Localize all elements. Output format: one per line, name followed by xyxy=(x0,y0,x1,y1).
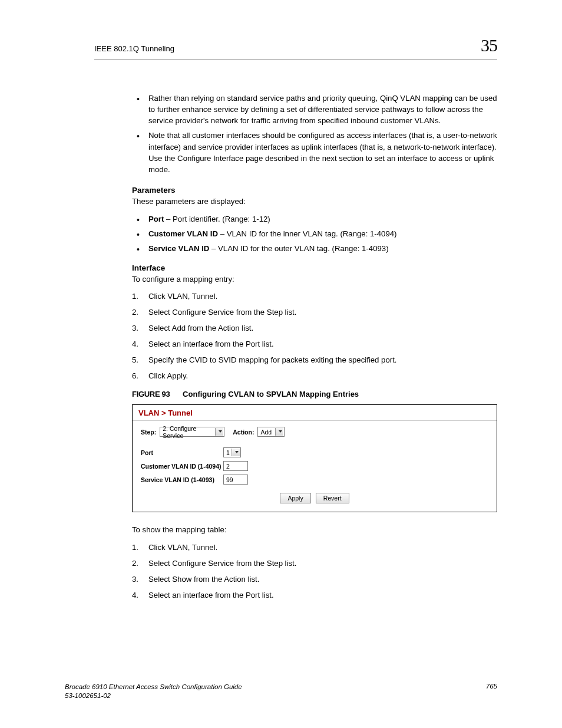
figure-buttons: Apply Revert xyxy=(141,493,488,506)
field-grid: Port 1 Customer VLAN ID (1-4094) 2 Servi… xyxy=(141,447,488,485)
action-select[interactable]: Add xyxy=(257,427,285,437)
service-vlan-input[interactable]: 99 xyxy=(223,475,248,485)
page-content: Rather than relying on standard service … xyxy=(132,93,497,601)
step-select[interactable]: 2. Configure Service xyxy=(160,427,224,437)
breadcrumb: VLAN > Tunnel xyxy=(133,405,497,421)
parameters-list: Port – Port identifier. (Range: 1-12) Cu… xyxy=(132,213,497,255)
cvlan-label: Customer VLAN ID (1-4094) xyxy=(141,463,223,470)
action-select-value: Add xyxy=(260,429,272,436)
list-item: Click Apply. xyxy=(132,370,497,381)
list-item: Select Configure Service from the Step l… xyxy=(132,558,497,569)
show-steps: Click VLAN, Tunnel. Select Configure Ser… xyxy=(132,542,497,601)
list-item: Select Configure Service from the Step l… xyxy=(132,307,497,318)
page-number: 765 xyxy=(486,683,497,701)
chapter-number: 35 xyxy=(481,35,497,55)
list-item: Service VLAN ID – VLAN ID for the outer … xyxy=(132,242,497,255)
footer-doc: Brocade 6910 Ethernet Access Switch Conf… xyxy=(65,683,242,701)
chevron-down-icon xyxy=(279,430,282,433)
footer-doc-title: Brocade 6910 Ethernet Access Switch Conf… xyxy=(65,683,242,692)
svlan-value: 99 xyxy=(226,476,233,483)
list-item: Rather than relying on standard service … xyxy=(132,93,497,126)
customer-vlan-input[interactable]: 2 xyxy=(223,461,248,471)
footer-doc-id: 53-1002651-02 xyxy=(65,691,242,701)
param-desc: – Port identifier. (Range: 1-12) xyxy=(164,215,270,223)
page-footer: Brocade 6910 Ethernet Access Switch Conf… xyxy=(65,683,497,701)
interface-heading: Interface xyxy=(132,263,497,272)
chevron-down-icon xyxy=(219,430,222,433)
apply-button[interactable]: Apply xyxy=(280,493,310,503)
intro-bullets: Rather than relying on standard service … xyxy=(132,93,497,175)
list-item: Select Show from the Action list. xyxy=(132,574,497,585)
list-item: Select Add from the Action list. xyxy=(132,322,497,334)
param-name: Port xyxy=(148,215,164,223)
parameters-heading: Parameters xyxy=(132,186,497,195)
step-select-value: 2. Configure Service xyxy=(163,425,213,439)
port-select-value: 1 xyxy=(226,449,230,456)
port-label: Port xyxy=(141,449,223,456)
list-item: Select an interface from the Port list. xyxy=(132,589,497,601)
list-item: Click VLAN, Tunnel. xyxy=(132,542,497,553)
step-action-row: Step: 2. Configure Service Action: Add xyxy=(141,427,488,437)
show-intro: To show the mapping table: xyxy=(132,524,497,535)
figure-caption: FIGURE 93 Configuring CVLAN to SPVLAN Ma… xyxy=(132,390,497,398)
port-select[interactable]: 1 xyxy=(223,447,241,457)
revert-button[interactable]: Revert xyxy=(316,493,349,503)
figure-body: Step: 2. Configure Service Action: Add P… xyxy=(133,421,497,512)
cvlan-value: 2 xyxy=(226,463,230,470)
step-label: Step: xyxy=(141,429,156,436)
page-header: IEEE 802.1Q Tunneling 35 xyxy=(94,35,497,60)
figure-screenshot: VLAN > Tunnel Step: 2. Configure Service… xyxy=(132,404,497,512)
figure-title: Configuring CVLAN to SPVLAN Mapping Entr… xyxy=(183,390,359,398)
parameters-intro: These parameters are displayed: xyxy=(132,196,497,207)
chevron-down-icon xyxy=(235,451,239,453)
list-item: Click VLAN, Tunnel. xyxy=(132,291,497,302)
action-label: Action: xyxy=(233,429,254,436)
list-item: Port – Port identifier. (Range: 1-12) xyxy=(132,213,497,225)
list-item: Note that all customer interfaces should… xyxy=(132,130,497,175)
param-name: Customer VLAN ID xyxy=(148,229,218,238)
param-desc: – VLAN ID for the inner VLAN tag. (Range… xyxy=(218,229,396,238)
list-item: Customer VLAN ID – VLAN ID for the inner… xyxy=(132,228,497,240)
figure-label: FIGURE 93 xyxy=(132,390,170,398)
list-item: Specify the CVID to SVID mapping for pac… xyxy=(132,354,497,365)
param-name: Service VLAN ID xyxy=(148,244,209,253)
configure-steps: Click VLAN, Tunnel. Select Configure Ser… xyxy=(132,291,497,382)
interface-intro: To configure a mapping entry: xyxy=(132,274,497,285)
svlan-label: Service VLAN ID (1-4093) xyxy=(141,476,223,483)
list-item: Select an interface from the Port list. xyxy=(132,338,497,350)
header-title: IEEE 802.1Q Tunneling xyxy=(94,44,174,53)
param-desc: – VLAN ID for the outer VLAN tag. (Range… xyxy=(209,244,388,253)
